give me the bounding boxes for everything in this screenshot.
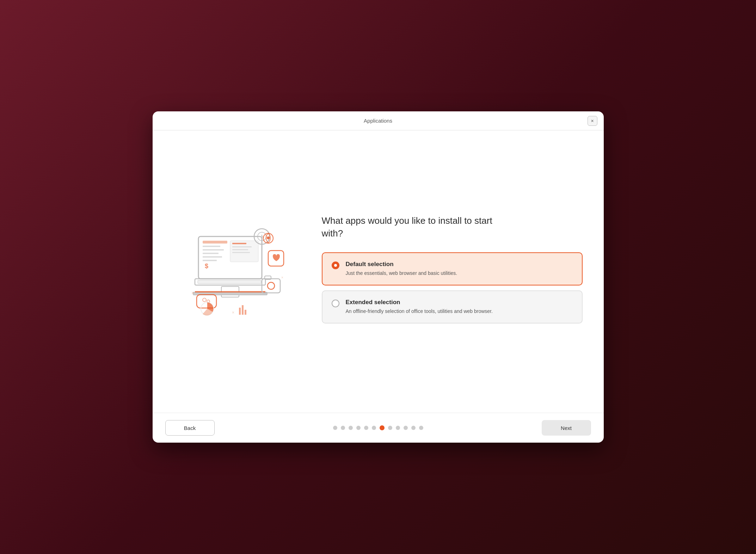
back-button[interactable]: Back — [165, 420, 215, 436]
dialog-content: $ — [153, 130, 604, 413]
svg-rect-22 — [262, 279, 280, 293]
progress-dot-10 — [404, 426, 408, 430]
progress-dot-8 — [388, 426, 392, 430]
svg-rect-3 — [203, 249, 224, 251]
dialog-footer: Back Next — [153, 413, 604, 443]
svg-rect-11 — [232, 252, 250, 253]
svg-rect-8 — [232, 243, 246, 244]
svg-text:×: × — [281, 276, 283, 279]
progress-dots — [333, 425, 423, 430]
svg-point-24 — [268, 282, 275, 289]
extended-option-description: An offline-friendly selection of office … — [346, 308, 493, 315]
extended-option-text: Extended selection An offline-friendly s… — [346, 299, 493, 315]
default-option-label: Default selection — [346, 261, 457, 268]
titlebar: Applications × — [153, 111, 604, 130]
dialog-title: Applications — [364, 118, 392, 124]
svg-rect-25 — [197, 295, 216, 308]
svg-point-26 — [203, 298, 206, 302]
svg-rect-2 — [203, 246, 220, 247]
progress-dot-7 — [380, 425, 385, 430]
default-option-text: Default selection Just the essentials, w… — [346, 261, 457, 277]
default-selection-option[interactable]: Default selection Just the essentials, w… — [322, 252, 583, 285]
applications-dialog: Applications × — [153, 111, 604, 443]
svg-rect-9 — [232, 246, 252, 247]
progress-dot-9 — [396, 426, 400, 430]
svg-rect-37 — [245, 310, 246, 315]
progress-dot-12 — [419, 426, 423, 430]
default-radio[interactable] — [332, 261, 339, 269]
progress-dot-3 — [349, 426, 353, 430]
svg-text:×: × — [191, 290, 194, 296]
progress-dot-11 — [411, 426, 416, 430]
options-panel: What apps would you like to install to s… — [315, 130, 604, 413]
svg-rect-36 — [242, 305, 244, 315]
next-button[interactable]: Next — [542, 420, 591, 436]
extended-radio[interactable] — [332, 300, 339, 307]
laptop-illustration: $ — [177, 215, 290, 328]
svg-rect-14 — [198, 280, 261, 284]
svg-text:$: $ — [205, 263, 208, 270]
svg-text:×: × — [232, 310, 234, 315]
svg-rect-6 — [203, 260, 217, 261]
svg-rect-35 — [239, 308, 241, 315]
progress-dot-6 — [372, 426, 376, 430]
svg-rect-1 — [203, 241, 227, 244]
progress-dot-1 — [333, 426, 337, 430]
svg-point-30 — [267, 236, 270, 239]
svg-rect-10 — [232, 249, 248, 250]
close-button[interactable]: × — [588, 116, 597, 126]
illustration-panel: $ — [153, 130, 315, 413]
question-heading: What apps would you like to install to s… — [322, 215, 505, 239]
svg-rect-4 — [203, 253, 219, 254]
extended-option-label: Extended selection — [346, 299, 493, 306]
progress-dot-5 — [364, 426, 368, 430]
extended-selection-option[interactable]: Extended selection An offline-friendly s… — [322, 290, 583, 324]
svg-rect-17 — [195, 291, 265, 293]
progress-dot-4 — [356, 426, 361, 430]
default-option-description: Just the essentials, web browser and bas… — [346, 270, 457, 277]
progress-dot-2 — [341, 426, 345, 430]
svg-rect-5 — [203, 256, 222, 258]
